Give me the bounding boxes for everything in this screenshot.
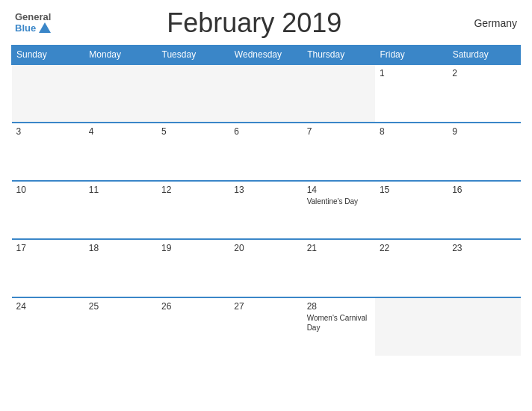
calendar-week-row: 12 (12, 64, 521, 123)
col-tuesday: Tuesday (157, 46, 229, 65)
day-number: 21 (307, 243, 371, 253)
calendar-day-cell: 9 (448, 123, 520, 181)
calendar-day-cell: 13 (229, 181, 302, 239)
calendar-day-cell (229, 64, 302, 123)
logo-blue-text: Blue (15, 23, 36, 34)
calendar-day-cell: 2 (448, 64, 520, 123)
day-number: 13 (234, 185, 297, 195)
day-number: 5 (161, 126, 225, 137)
col-thursday: Thursday (303, 46, 375, 65)
calendar-day-cell: 24 (12, 297, 84, 356)
calendar-day-cell: 17 (12, 239, 84, 297)
day-number: 8 (380, 126, 443, 137)
col-wednesday: Wednesday (229, 46, 302, 65)
calendar-day-cell: 23 (448, 239, 520, 297)
calendar-day-cell (157, 64, 229, 123)
day-number: 26 (161, 301, 225, 312)
calendar-day-cell: 1 (375, 64, 448, 123)
day-number: 16 (452, 185, 516, 195)
logo-general-text: General (15, 12, 51, 22)
calendar-day-cell (303, 64, 375, 123)
day-number: 1 (380, 68, 443, 78)
col-saturday: Saturday (448, 46, 520, 65)
day-number: 10 (16, 185, 80, 195)
day-number: 6 (234, 126, 297, 137)
day-number: 3 (16, 126, 80, 137)
calendar-day-cell: 14Valentine's Day (303, 181, 375, 239)
calendar-day-cell: 27 (229, 297, 302, 356)
weekday-header-row: Sunday Monday Tuesday Wednesday Thursday… (12, 46, 521, 65)
calendar-day-cell: 28Women's Carnival Day (303, 297, 375, 356)
calendar-day-cell (84, 64, 157, 123)
calendar-day-cell: 19 (157, 239, 229, 297)
day-number: 22 (380, 243, 443, 253)
calendar-day-cell: 4 (84, 123, 157, 181)
calendar-week-row: 3456789 (12, 123, 521, 181)
calendar-week-row: 17181920212223 (12, 239, 521, 297)
calendar-day-cell: 5 (157, 123, 229, 181)
col-monday: Monday (84, 46, 157, 65)
calendar-day-cell: 15 (375, 181, 448, 239)
day-number: 14 (307, 185, 371, 195)
day-number: 24 (16, 301, 80, 312)
day-number: 25 (89, 301, 152, 312)
day-number: 7 (307, 126, 371, 137)
calendar-day-cell: 10 (12, 181, 84, 239)
day-number: 28 (307, 301, 371, 312)
calendar-day-cell: 6 (229, 123, 302, 181)
calendar-day-cell: 26 (157, 297, 229, 356)
day-number: 4 (89, 126, 152, 137)
calendar-day-cell (448, 297, 520, 356)
day-number: 17 (16, 243, 80, 253)
calendar-week-row: 1011121314Valentine's Day1516 (12, 181, 521, 239)
calendar-page: General Blue February 2019 Germany Sunda… (0, 0, 532, 411)
header: General Blue February 2019 Germany (11, 7, 521, 39)
calendar-title: February 2019 (51, 7, 457, 39)
calendar-day-cell: 7 (303, 123, 375, 181)
calendar-day-cell: 3 (12, 123, 84, 181)
calendar-day-cell: 12 (157, 181, 229, 239)
calendar-day-cell (12, 64, 84, 123)
day-number: 23 (452, 243, 516, 253)
calendar-table: Sunday Monday Tuesday Wednesday Thursday… (11, 45, 521, 356)
col-sunday: Sunday (12, 46, 84, 65)
day-number: 2 (452, 68, 516, 78)
day-number: 27 (234, 301, 297, 312)
logo-triangle-icon (39, 22, 51, 33)
col-friday: Friday (375, 46, 448, 65)
day-number: 19 (161, 243, 225, 253)
calendar-day-cell: 18 (84, 239, 157, 297)
calendar-day-cell: 25 (84, 297, 157, 356)
day-number: 9 (452, 126, 516, 137)
day-number: 12 (161, 185, 225, 195)
event-label: Women's Carnival Day (307, 313, 371, 333)
calendar-day-cell: 16 (448, 181, 520, 239)
country-label: Germany (457, 17, 517, 29)
calendar-day-cell: 20 (229, 239, 302, 297)
calendar-day-cell: 22 (375, 239, 448, 297)
event-label: Valentine's Day (307, 197, 371, 206)
day-number: 18 (89, 243, 152, 253)
calendar-day-cell (375, 297, 448, 356)
calendar-week-row: 2425262728Women's Carnival Day (12, 297, 521, 356)
calendar-day-cell: 21 (303, 239, 375, 297)
day-number: 20 (234, 243, 297, 253)
day-number: 11 (89, 185, 152, 195)
calendar-day-cell: 8 (375, 123, 448, 181)
calendar-day-cell: 11 (84, 181, 157, 239)
day-number: 15 (380, 185, 443, 195)
logo: General Blue (15, 12, 51, 34)
